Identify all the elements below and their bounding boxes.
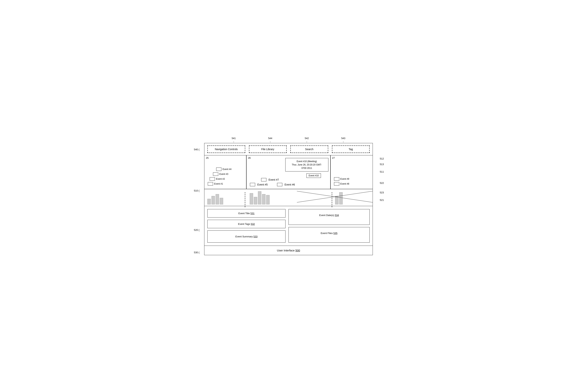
timeline-col-26: 26 Event #10 (Meeting) Thur, June 26, 20… (247, 155, 331, 189)
col-27-number: 27 (332, 157, 335, 159)
event-title-field[interactable]: Event Title 531 (207, 209, 286, 218)
detail-left: Event Title 531 Event Tags 532 Event Sum… (207, 209, 288, 243)
event56-row: Event #5 Event #6 (250, 183, 329, 186)
page-wrapper: 540 { 510 { 520 { 530 { 541 544 542 543 … (204, 137, 373, 255)
main-diagram: Navigation Controls File Library Search … (204, 143, 373, 255)
tag-label: Tag (349, 148, 353, 151)
file-library-box[interactable]: File Library (249, 145, 287, 153)
event-files-label: Event Files 535 (321, 232, 338, 234)
ref-542: 542 (305, 137, 309, 140)
bar-r2 (339, 192, 343, 204)
bar-m2 (254, 197, 257, 204)
event1-label: Event #1 (214, 183, 223, 185)
event2-item: Event #2 (210, 177, 245, 181)
event6-label: Event #6 (285, 183, 295, 186)
bar-m4 (262, 194, 265, 204)
event-dates-field[interactable]: Event Date(s) 534 (288, 209, 370, 225)
event-tooltip: Event #10 (Meeting) Thur, June 26, 20:20… (285, 158, 328, 171)
event8-item: Event #8 (334, 182, 371, 186)
bar-l4 (220, 198, 223, 204)
event4-box (216, 167, 221, 171)
detail-right: Event Date(s) 534 Event Files 535 (288, 209, 370, 243)
event9-label: Event #9 (340, 178, 349, 180)
bar-l1 (207, 199, 211, 204)
event6-box (277, 183, 282, 186)
bar-m1 (250, 193, 253, 204)
timeline-col-25: 25 Event #4 Event #3 Event #2 (204, 155, 247, 189)
event10-label: Event #10 (309, 174, 319, 177)
ref-540-label: 540 { (194, 148, 200, 151)
event9-box (334, 177, 339, 181)
col-25-number: 25 (206, 157, 209, 159)
arrow-544: ↓ (270, 140, 271, 143)
bar-m3 (258, 191, 261, 204)
event4-label: Event #4 (222, 168, 231, 170)
arrow-541: ↓ (233, 140, 234, 143)
event7-box (261, 178, 266, 181)
arrow-542: ↓ (306, 140, 307, 143)
event7-label: Event #7 (269, 178, 279, 181)
event3-item: Event #3 (213, 172, 245, 176)
chart-right (332, 192, 373, 204)
tooltip-line3: 0700 2011 (288, 166, 326, 170)
nav-controls-label: Navigation Controls (215, 148, 238, 151)
charts-section: 523 521 (204, 189, 373, 206)
timeline-col-27: 27 Event #9 Event #8 (331, 155, 373, 189)
dashed-left (245, 192, 245, 207)
ref-522: 522 (380, 182, 384, 184)
bar-r1 (335, 196, 338, 204)
ref-520-label: 520 { (194, 229, 200, 231)
chart-left (204, 194, 245, 204)
event-title-label: Event Title 531 (238, 212, 254, 215)
ref-511: 511 (380, 170, 384, 173)
event10-box: Event #10 (306, 173, 321, 178)
event2-box (210, 177, 215, 181)
timeline-section: 512 513 511 522 25 Event #4 Event #3 (204, 155, 373, 189)
col-26-number: 26 (248, 157, 251, 159)
tooltip-line1: Event #10 (Meeting) (288, 160, 326, 163)
event4-item: Event #4 (216, 167, 245, 171)
event3-box (213, 172, 218, 176)
event7-row: Event #7 (250, 178, 329, 181)
event1-box (208, 182, 213, 186)
event3-label: Event #3 (219, 173, 228, 175)
ref-530-label: 530 { (194, 251, 200, 254)
event5-label: Event #5 (257, 183, 268, 186)
event8-box (334, 182, 339, 186)
chart-mid (245, 191, 332, 204)
event5-item: Event #5 (250, 183, 268, 186)
event-summary-field[interactable]: Event Summary 533 (207, 230, 286, 243)
detail-section: Event Title 531 Event Tags 532 Event Sum… (204, 206, 373, 246)
event-dates-label: Event Date(s) 534 (319, 214, 339, 217)
search-box[interactable]: Search (290, 145, 328, 153)
arrow-543: ↓ (343, 140, 344, 143)
ref-512: 512 (380, 157, 384, 160)
ref-521: 521 (380, 199, 384, 201)
event-tags-label: Event Tags 532 (238, 223, 255, 225)
ref-510-label: 510 { (194, 189, 200, 192)
footer-ref: 500 (295, 249, 300, 252)
event2-label: Event #2 (216, 178, 225, 180)
event6-item: Event #6 (277, 183, 295, 186)
event-tags-field[interactable]: Event Tags 532 (207, 220, 286, 228)
ref-523: 523 (380, 191, 384, 194)
event8-label: Event #8 (340, 183, 349, 185)
ref-543: 543 (341, 137, 345, 140)
ref-544: 544 (268, 137, 272, 140)
event-summary-label: Event Summary 533 (235, 235, 258, 238)
bar-m5 (266, 195, 270, 204)
search-label: Search (305, 148, 313, 151)
event-files-field[interactable]: Event Files 535 (288, 227, 370, 243)
event5-box (250, 183, 255, 186)
bar-l2 (212, 196, 215, 204)
mid-bars (248, 191, 271, 204)
ref-513: 513 (380, 163, 384, 166)
file-library-label: File Library (261, 148, 274, 151)
ref-541: 541 (232, 137, 236, 140)
footer: User Interface 500 (204, 246, 373, 255)
nav-controls-box[interactable]: Navigation Controls (207, 145, 245, 153)
tooltip-line2: Thur, June 26, 20:20:20 GMT- (288, 163, 326, 166)
tag-box[interactable]: Tag (332, 145, 370, 153)
footer-title: User Interface 500 (277, 249, 300, 252)
event7-item: Event #7 (261, 178, 279, 181)
